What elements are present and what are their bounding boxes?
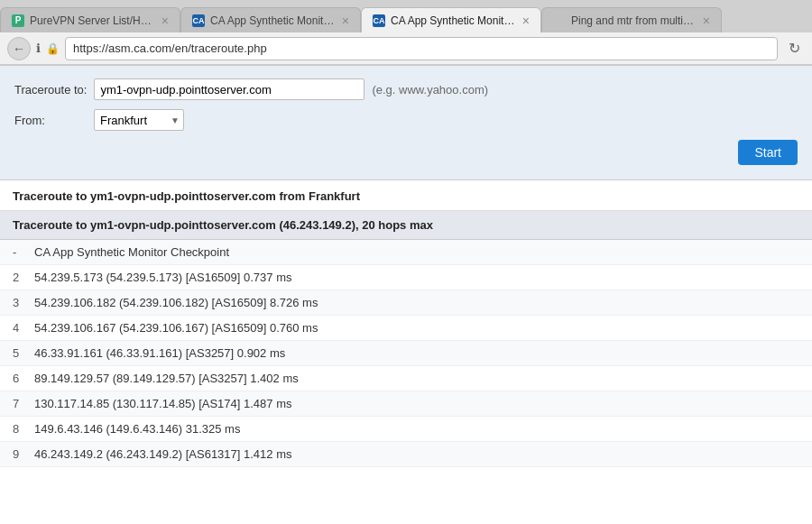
table-row: 7130.117.14.85 (130.117.14.85) [AS174] 1…	[0, 391, 812, 417]
table-row: 689.149.129.57 (89.149.129.57) [AS3257] …	[0, 366, 812, 391]
hop-data: 54.239.106.167 (54.239.106.167) [AS16509…	[34, 321, 318, 335]
security-icon: ℹ	[36, 41, 41, 55]
hop-data: 130.117.14.85 (130.117.14.85) [AS174] 1.…	[34, 397, 292, 410]
hop-data: 54.239.5.173 (54.239.5.173) [AS16509] 0.…	[34, 271, 292, 284]
form-area: Traceroute to: (e.g. www.yahoo.com) From…	[0, 66, 812, 180]
hop-data: 149.6.43.146 (149.6.43.146) 31.325 ms	[34, 422, 240, 436]
hop-number: 5	[13, 346, 34, 360]
traceroute-hint: (e.g. www.yahoo.com)	[372, 83, 488, 97]
tab-ca3[interactable]: CA CA App Synthetic Monitor ... ×	[361, 7, 541, 32]
refresh-icon: ↻	[789, 40, 800, 57]
hop-data: 54.239.106.182 (54.239.106.182) [AS16509…	[34, 296, 318, 309]
url-bar[interactable]	[65, 37, 778, 60]
tab-ca3-close[interactable]: ×	[522, 14, 530, 27]
tab-ping-label: Ping and mtr from multip...	[571, 14, 697, 27]
traceroute-rows: -CA App Synthetic Monitor Checkpoint254.…	[0, 240, 812, 467]
hop-number: 4	[13, 321, 34, 335]
traceroute-label: Traceroute to:	[14, 83, 87, 97]
start-button[interactable]: Start	[738, 140, 798, 165]
tab-ca2-label: CA App Synthetic Monitor ...	[210, 14, 337, 27]
tab-ping-close[interactable]: ×	[703, 14, 710, 27]
tab-ping[interactable]: Ping and mtr from multip... ×	[541, 7, 722, 32]
hop-number: 9	[13, 447, 34, 461]
tab-ping-favicon	[553, 14, 566, 27]
table-row: 454.239.106.167 (54.239.106.167) [AS1650…	[0, 316, 812, 341]
tab-ca2-close[interactable]: ×	[342, 14, 349, 27]
tab-purevpn-label: PureVPN Server List/Host n...	[30, 14, 156, 27]
back-icon: ←	[13, 41, 25, 56]
traceroute-row: Traceroute to: (e.g. www.yahoo.com)	[14, 78, 798, 100]
hop-number: 3	[13, 296, 34, 309]
table-row: 946.243.149.2 (46.243.149.2) [AS61317] 1…	[0, 442, 812, 467]
hop-data: 46.33.91.161 (46.33.91.161) [AS3257] 0.9…	[34, 346, 285, 360]
hop-number: -	[13, 245, 34, 259]
hop-number: 6	[13, 372, 34, 385]
page-content: Traceroute to: (e.g. www.yahoo.com) From…	[0, 66, 812, 467]
table-row: 8149.6.43.146 (149.6.43.146) 31.325 ms	[0, 417, 812, 442]
tab-purevpn-favicon: P	[12, 14, 24, 27]
hop-number: 8	[13, 422, 34, 436]
results-area: Traceroute to ym1-ovpn-udp.pointtoserver…	[0, 180, 812, 467]
hop-data: 89.149.129.57 (89.149.129.57) [AS3257] 1…	[34, 372, 299, 385]
tab-ca3-favicon: CA	[373, 14, 385, 27]
tab-purevpn-close[interactable]: ×	[161, 14, 169, 27]
tab-ca3-label: CA App Synthetic Monitor ...	[391, 14, 517, 27]
from-select[interactable]: Frankfurt New York London Tokyo	[94, 109, 184, 131]
table-row: 546.33.91.161 (46.33.91.161) [AS3257] 0.…	[0, 341, 812, 366]
tab-ca2-favicon: CA	[192, 14, 205, 27]
lock-icon: 🔒	[46, 42, 60, 55]
table-row: 254.239.5.173 (54.239.5.173) [AS16509] 0…	[0, 265, 812, 290]
results-subtitle: Traceroute to ym1-ovpn-udp.pointtoserver…	[0, 211, 812, 240]
table-row: -CA App Synthetic Monitor Checkpoint	[0, 240, 812, 265]
traceroute-input[interactable]	[94, 78, 364, 100]
from-select-wrapper: Frankfurt New York London Tokyo ▼	[94, 109, 184, 131]
hop-data: CA App Synthetic Monitor Checkpoint	[34, 245, 229, 259]
tab-bar: P PureVPN Server List/Host n... × CA CA …	[0, 0, 812, 32]
from-row: From: Frankfurt New York London Tokyo ▼	[14, 109, 798, 131]
results-title: Traceroute to ym1-ovpn-udp.pointtoserver…	[0, 180, 812, 211]
refresh-button[interactable]: ↻	[783, 38, 805, 60]
table-row: 354.239.106.182 (54.239.106.182) [AS1650…	[0, 290, 812, 316]
hop-number: 7	[13, 397, 34, 410]
back-button[interactable]: ←	[7, 37, 31, 60]
hop-data: 46.243.149.2 (46.243.149.2) [AS61317] 1.…	[34, 447, 292, 461]
from-label: From:	[14, 114, 87, 127]
nav-bar: ← ℹ 🔒 ↻	[0, 32, 812, 65]
tab-ca2[interactable]: CA CA App Synthetic Monitor ... ×	[180, 7, 361, 32]
tab-purevpn[interactable]: P PureVPN Server List/Host n... ×	[0, 7, 180, 32]
form-actions: Start	[14, 140, 798, 165]
hop-number: 2	[13, 271, 34, 284]
